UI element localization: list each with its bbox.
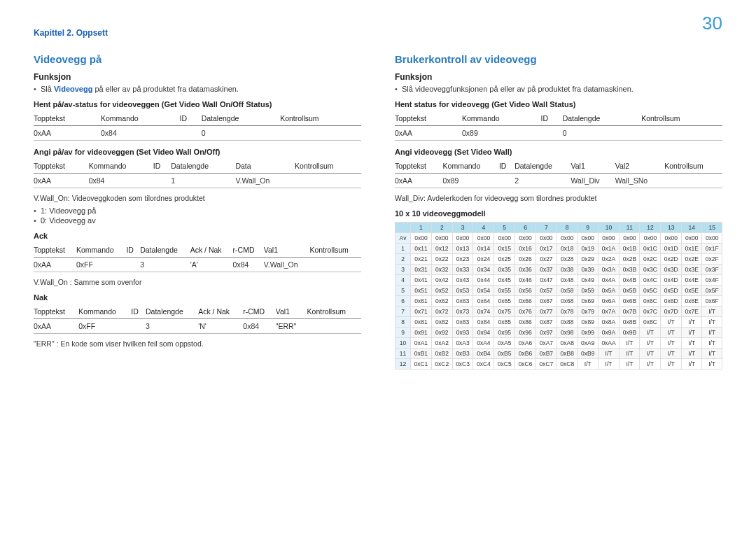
matrix-col-header: 10 [598, 223, 619, 233]
matrix-cell: 0x7B [620, 307, 640, 317]
matrix-cell: I/T [620, 338, 640, 349]
get-wall-status-heading: Hent status for videovegg (Get Video Wal… [395, 100, 722, 108]
matrix-heading: 10 x 10 videoveggmodell [395, 209, 722, 218]
matrix-cell: 0x94 [473, 328, 494, 338]
funksjon-heading: Funksjon [34, 72, 361, 82]
matrix-cell: 0xC2 [431, 359, 452, 370]
matrix-col-header: 9 [578, 223, 598, 233]
matrix-cell: 0xA1 [411, 338, 432, 349]
matrix-cell: 0x62 [431, 296, 452, 307]
matrix-cell: 0xA4 [473, 338, 494, 349]
page-number: 30 [702, 13, 722, 34]
matrix-cell: 0xB3 [452, 349, 473, 359]
matrix-cell: 0x5C [640, 286, 661, 296]
ack-table: TopptekstKommandoIDDatalengdeAck / Nakr-… [34, 243, 361, 272]
matrix-cell: 0x27 [536, 254, 556, 265]
matrix-cell: 0xB6 [515, 349, 536, 359]
matrix-cell: 0x87 [536, 317, 556, 328]
matrix-cell: 0x3B [620, 265, 640, 275]
walldiv-note: Wall_Div: Avdelerkoden for videovegg som… [395, 194, 722, 202]
matrix-cell: 0x66 [515, 296, 536, 307]
matrix-cell: 0x00 [452, 233, 473, 244]
matrix-cell: 0x61 [411, 296, 432, 307]
matrix-cell: 0x5F [702, 286, 722, 296]
matrix-cell: I/T [598, 349, 619, 359]
funksjon-bullet: Slå Videovegg på eller av på produktet f… [34, 85, 361, 93]
matrix-cell: 0x68 [556, 296, 578, 307]
matrix-cell: 0xA8 [556, 338, 578, 349]
matrix-cell: 0x6F [702, 296, 722, 307]
matrix-cell: 0x53 [452, 286, 473, 296]
matrix-cell: 0x3C [640, 265, 661, 275]
matrix-cell: 0x2C [640, 254, 661, 265]
matrix-cell: 0xB4 [473, 349, 494, 359]
matrix-cell: 0x48 [556, 275, 578, 286]
matrix-cell: 0x37 [536, 265, 556, 275]
matrix-cell: 0x9B [620, 328, 640, 338]
matrix-cell: 0x18 [556, 244, 578, 254]
note-bullet-on: 1: Videovegg på [34, 206, 361, 215]
matrix-cell: 0x95 [494, 328, 515, 338]
get-status-table: TopptekstKommandoIDDatalengdeKontrollsum… [34, 111, 361, 141]
ack-heading: Ack [34, 232, 361, 240]
matrix-cell: 0x9A [598, 328, 619, 338]
matrix-cell: 0x8B [620, 317, 640, 328]
matrix-cell: I/T [578, 359, 598, 370]
nak-table: TopptekstKommandoIDDatalengdeAck / Nakr-… [34, 304, 361, 334]
matrix-cell: I/T [598, 359, 619, 370]
matrix-cell: 0x00 [536, 233, 556, 244]
matrix-cell: 0x2A [598, 254, 619, 265]
err-note: "ERR" : En kode som viser hvilken feil s… [34, 339, 361, 348]
matrix-cell: 0x86 [515, 317, 536, 328]
matrix-cell: 0x89 [578, 317, 598, 328]
matrix-cell: 0x76 [515, 307, 536, 317]
matrix-cell: 0x79 [578, 307, 598, 317]
matrix-cell: I/T [682, 338, 702, 349]
matrix-row-header: 11 [396, 349, 411, 359]
matrix-cell: 0x7D [661, 307, 682, 317]
matrix-cell: 0x14 [473, 244, 494, 254]
matrix-cell: 0x00 [473, 233, 494, 244]
matrix-cell: 0x21 [411, 254, 432, 265]
matrix-row-header: 4 [396, 275, 411, 286]
matrix-cell: I/T [682, 349, 702, 359]
matrix-cell: 0x5D [661, 286, 682, 296]
matrix-cell: 0x25 [494, 254, 515, 265]
matrix-cell: I/T [702, 328, 722, 338]
matrix-cell: 0x17 [536, 244, 556, 254]
matrix-cell: 0xA7 [536, 338, 556, 349]
matrix-cell: 0x49 [578, 275, 598, 286]
matrix-cell: 0x00 [556, 233, 578, 244]
matrix-cell: I/T [682, 359, 702, 370]
matrix-cell: 0xC8 [556, 359, 578, 370]
matrix-cell: 0x4D [661, 275, 682, 286]
matrix-cell: 0x41 [411, 275, 432, 286]
matrix-col-header: 8 [556, 223, 578, 233]
matrix-cell: 0xC6 [515, 359, 536, 370]
matrix-cell: 0x16 [515, 244, 536, 254]
matrix-cell: 0x33 [452, 265, 473, 275]
right-title: Brukerkontroll av videovegg [395, 53, 722, 65]
matrix-row-header: 1 [396, 244, 411, 254]
matrix-row-header: 10 [396, 338, 411, 349]
matrix-cell: 0x39 [578, 265, 598, 275]
ack-note: V.Wall_On : Samme som ovenfor [34, 278, 361, 286]
matrix-cell: 0x5A [598, 286, 619, 296]
get-status-heading: Hent på/av-status for videoveggen (Get V… [34, 100, 361, 108]
matrix-cell: 0xA2 [431, 338, 452, 349]
matrix-cell: 0x00 [598, 233, 619, 244]
matrix-cell: 0x8A [598, 317, 619, 328]
matrix-col-header: 12 [640, 223, 661, 233]
matrix-cell: 0x51 [411, 286, 432, 296]
matrix-cell: 0x46 [515, 275, 536, 286]
matrix-cell: 0x83 [452, 317, 473, 328]
matrix-cell: I/T [661, 328, 682, 338]
matrix-col-header: 11 [620, 223, 640, 233]
matrix-cell: 0x35 [494, 265, 515, 275]
funksjon-bullet-r: Slå videoveggfunksjonen på eller av på p… [395, 85, 722, 93]
matrix-cell: 0xA3 [452, 338, 473, 349]
right-column: Brukerkontroll av videovegg Funksjon Slå… [395, 53, 722, 370]
matrix-cell: 0xB5 [494, 349, 515, 359]
matrix-row-header: 12 [396, 359, 411, 370]
left-title: Videovegg på [34, 53, 361, 65]
